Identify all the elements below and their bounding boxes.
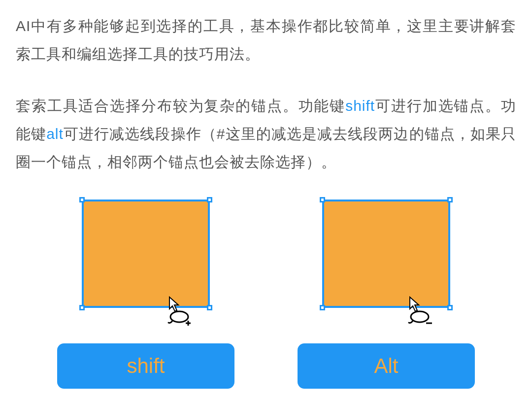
p2-text-3: 可进行减选线段操作（#这里的减选是减去线段两边的锚点，如果只圈一个锚点，相邻两个… [16, 126, 516, 170]
illustration-alt: Alt [298, 200, 475, 389]
handle-top-left [320, 197, 325, 202]
handle-top-left [79, 197, 85, 202]
handle-top-right [207, 197, 212, 202]
selection-box-right [322, 200, 450, 308]
intro-paragraph-1: AI中有多种能够起到选择的工具，基本操作都比较简单，这里主要讲解套索工具和编组选… [16, 12, 516, 68]
selection-box-left [82, 200, 210, 308]
shift-key-button: shift [57, 343, 234, 389]
shift-keyword: shift [345, 98, 375, 114]
handle-bottom-left [320, 305, 325, 310]
handle-top-right [447, 197, 453, 202]
selected-shape-border [82, 200, 210, 308]
handle-bottom-left [79, 305, 85, 310]
alt-keyword: alt [46, 126, 64, 142]
illustration-shift: shift [57, 200, 234, 389]
lasso-add-cursor-icon [166, 296, 195, 328]
intro-paragraph-2: 套索工具适合选择分布较为复杂的锚点。功能键shift可进行加选锚点。功能键alt… [16, 92, 516, 176]
handle-bottom-right [447, 305, 453, 310]
shift-key-label: shift [127, 354, 165, 378]
alt-key-label: Alt [374, 354, 398, 378]
selected-shape-border [322, 200, 450, 308]
handle-bottom-right [207, 305, 212, 310]
p2-text-1: 套索工具适合选择分布较为复杂的锚点。功能键 [16, 98, 345, 114]
lasso-subtract-cursor-icon [406, 296, 435, 328]
illustration-row: shift Alt [16, 200, 516, 389]
alt-key-button: Alt [298, 343, 475, 389]
